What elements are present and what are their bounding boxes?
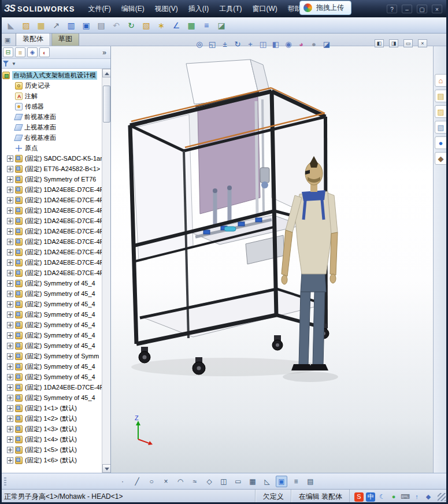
expander-icon[interactable]: [7, 228, 13, 235]
tree-item[interactable]: (固定) Symmetry of 45_4: [1, 288, 102, 299]
tree-item[interactable]: (固定) Symmetry of 45_4: [1, 340, 102, 351]
help-button[interactable]: ?: [387, 5, 397, 13]
expander-icon[interactable]: [7, 426, 13, 432]
pan-icon[interactable]: +: [245, 38, 256, 50]
viewport-canvas[interactable]: Z: [111, 46, 433, 473]
attach-icon[interactable]: ↗: [50, 19, 62, 32]
expand-panel-icon[interactable]: ◨: [389, 39, 398, 47]
keyboard-icon[interactable]: ⌨: [401, 492, 410, 502]
circle-icon[interactable]: ○: [146, 476, 157, 487]
tree-item[interactable]: 上视基准面: [1, 122, 102, 132]
mirror-icon[interactable]: ◫: [218, 476, 229, 487]
table-icon[interactable]: ▤: [305, 476, 316, 487]
expander-icon[interactable]: [7, 416, 13, 422]
displaymanager-tab-icon[interactable]: ◐: [39, 47, 50, 57]
tree-item[interactable]: (固定) Symmetry of 45_4: [1, 330, 102, 340]
filter-funnel-icon[interactable]: [3, 61, 9, 67]
expander-icon[interactable]: [7, 322, 13, 328]
columns-icon[interactable]: ▥: [65, 19, 77, 32]
minimize-button[interactable]: –: [402, 5, 412, 13]
menu-item[interactable]: 文件(F): [83, 1, 116, 17]
section-view-icon[interactable]: ◪: [321, 38, 332, 50]
commandmanager-tab[interactable]: 草图: [51, 32, 79, 46]
hide-show-icon[interactable]: ◉: [283, 38, 294, 50]
rebuild-icon[interactable]: ↻: [125, 19, 138, 32]
tree-item[interactable]: 传感器: [1, 101, 102, 112]
expander-icon[interactable]: [7, 395, 13, 401]
tree-item[interactable]: (固定) 1DA24E8E-D7CE-4F: [1, 216, 102, 226]
display-style-icon[interactable]: ◧: [270, 38, 282, 50]
view-orientation-icon[interactable]: ◫: [257, 38, 269, 50]
select-tool-icon[interactable]: ◣: [5, 19, 17, 32]
tree-scrollbar[interactable]: [102, 69, 110, 473]
bom-table-icon[interactable]: ▦: [185, 19, 198, 32]
expander-icon[interactable]: [7, 405, 13, 412]
expander-icon[interactable]: [7, 187, 13, 193]
smart-fasteners-icon[interactable]: ∗: [155, 19, 168, 32]
design-library-icon[interactable]: ▤: [435, 90, 447, 102]
home-icon[interactable]: ⌂: [435, 74, 447, 87]
commandmanager-tab[interactable]: 装配体: [16, 32, 50, 46]
file-explorer-icon[interactable]: ▨: [435, 105, 447, 118]
arc-icon[interactable]: ◠: [175, 476, 186, 487]
expander-icon[interactable]: [7, 332, 13, 339]
mic-status-icon[interactable]: ●: [389, 492, 398, 502]
save-icon[interactable]: ▣: [80, 19, 92, 32]
section-icon[interactable]: ◪: [215, 19, 228, 32]
expander-icon[interactable]: [7, 384, 13, 391]
tree-item[interactable]: (固定) 1DA24E8E-D7CE-4F: [1, 195, 102, 205]
drag-upload-overlay[interactable]: 拖拽上传: [299, 1, 351, 15]
expander-icon[interactable]: [7, 260, 13, 266]
undo-icon[interactable]: ↶: [110, 19, 123, 32]
scene-icon[interactable]: ●: [308, 38, 320, 50]
offset-icon[interactable]: ▭: [232, 476, 244, 487]
expander-icon[interactable]: [7, 207, 13, 214]
tree-item[interactable]: (固定) ET76-A24582-B<1>: [1, 164, 102, 174]
line-icon[interactable]: ╱: [131, 476, 143, 487]
restore-panel-icon[interactable]: ▭: [403, 39, 413, 47]
tree-item[interactable]: (固定) Symmetry of 45_4: [1, 372, 102, 382]
expander-icon[interactable]: [7, 457, 13, 464]
expander-icon[interactable]: [7, 353, 13, 360]
spline-icon[interactable]: ≈: [189, 476, 201, 487]
expander-icon[interactable]: [7, 364, 13, 370]
tree-item[interactable]: (固定) 1<6> (默认): [1, 455, 102, 465]
erase-icon[interactable]: ×: [160, 476, 172, 487]
measure-icon[interactable]: ∠: [170, 19, 183, 32]
expander-icon[interactable]: [7, 155, 13, 162]
chinese-mode-icon[interactable]: 中: [366, 492, 375, 502]
expander-icon[interactable]: [7, 280, 13, 287]
expander-icon[interactable]: [7, 249, 13, 255]
menu-item[interactable]: 编辑(E): [116, 1, 150, 17]
list-icon[interactable]: ≡: [290, 476, 302, 487]
close-button[interactable]: ×: [432, 5, 442, 13]
expander-icon[interactable]: [7, 270, 13, 276]
publish-icon[interactable]: ▦: [35, 19, 47, 32]
open-icon[interactable]: ▨: [20, 19, 32, 32]
zoom-area-icon[interactable]: ◱: [206, 38, 218, 50]
tree-item[interactable]: (固定) Symmetry of 45_4: [1, 361, 102, 372]
tree-item[interactable]: (固定) 1DA24E8E-D7CE-4F: [1, 205, 102, 216]
featuremanager-tab-icon[interactable]: ⊟: [3, 47, 13, 57]
angle-snap-icon[interactable]: ◺: [261, 476, 273, 487]
tree-item[interactable]: (固定) Symmetry of 45_4: [1, 278, 102, 288]
expander-icon[interactable]: [7, 312, 13, 318]
menu-item[interactable]: 视图(V): [150, 1, 183, 17]
tree-item[interactable]: (固定) 1DA24E8E-D7CE-4F: [1, 382, 102, 392]
tree-item[interactable]: 右视基准面: [1, 132, 102, 143]
3d-assembly-model[interactable]: [111, 46, 433, 473]
expander-icon[interactable]: [7, 218, 13, 224]
tree-item[interactable]: (固定) 1DA24E8E-D7CE-4F: [1, 184, 102, 195]
tree-item[interactable]: (固定) Symmetry of 45_4: [1, 309, 102, 320]
tree-item[interactable]: (固定) Symmetry of 45_4: [1, 299, 102, 309]
tree-item[interactable]: (固定) 1DA24E8E-D7CE-4F: [1, 268, 102, 278]
tree-item[interactable]: 历史记录: [1, 80, 102, 91]
scroll-down-icon[interactable]: [102, 464, 111, 473]
tree-item[interactable]: (固定) 1<5> (默认): [1, 444, 102, 455]
expander-icon[interactable]: [7, 436, 13, 443]
expander-icon[interactable]: [7, 291, 13, 297]
resize-grip[interactable]: [438, 493, 446, 501]
tree-item[interactable]: (固定) SADC-SADC-K5-1am: [1, 153, 102, 164]
appearances-icon[interactable]: ●: [435, 136, 447, 149]
upload-icon[interactable]: ↑: [412, 492, 421, 502]
